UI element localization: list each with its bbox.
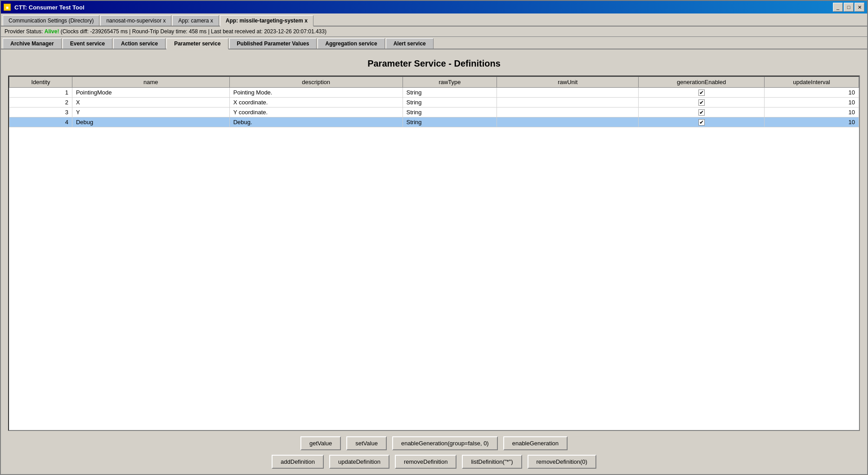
table-header-row: Identity name description rawType rawUni…	[9, 77, 859, 88]
cell-description: Pointing Mode.	[229, 88, 403, 98]
cell-description: Debug.	[229, 117, 403, 127]
bottom-buttons: getValue setValue enableGeneration(group…	[1, 431, 867, 474]
listdefinition-button[interactable]: listDefinition("*")	[462, 455, 522, 469]
cell-name: Debug	[72, 117, 229, 127]
table-row[interactable]: 1PointingModePointing Mode.String✔10	[9, 88, 859, 98]
button-row-2: addDefinition updateDefinition removeDef…	[272, 455, 596, 469]
main-window: ■ CTT: Consumer Test Tool _ □ ✕ Communic…	[0, 0, 868, 475]
cell-generationenabled[interactable]: ✔	[639, 117, 765, 127]
close-button[interactable]: ✕	[855, 3, 864, 12]
status-rest: (Clocks diff: -239265475 ms | Round-Trip…	[59, 28, 327, 35]
title-bar-left: ■ CTT: Consumer Test Tool	[4, 4, 85, 11]
cell-identity: 3	[9, 108, 72, 117]
col-rawunit: rawUnit	[497, 77, 639, 88]
cell-name: X	[72, 98, 229, 108]
checkbox-generationenabled[interactable]: ✔	[698, 99, 705, 106]
main-content: Parameter Service - Definitions Identity…	[1, 49, 867, 474]
cell-updateinterval: 10	[765, 88, 859, 98]
cell-name: Y	[72, 108, 229, 117]
removedefinition-button[interactable]: removeDefinition	[395, 455, 457, 469]
table-row[interactable]: 4DebugDebug.String✔10	[9, 117, 859, 127]
col-description: description	[229, 77, 403, 88]
service-tabs: Archive Manager Event service Action ser…	[1, 37, 867, 49]
cell-generationenabled[interactable]: ✔	[639, 108, 765, 117]
status-bar: Provider Status: Alive! (Clocks diff: -2…	[1, 27, 867, 37]
col-identity: Identity	[9, 77, 72, 88]
title-bar: ■ CTT: Consumer Test Tool _ □ ✕	[1, 1, 867, 13]
cell-rawunit	[497, 108, 639, 117]
col-generationenabled: generationEnabled	[639, 77, 765, 88]
cell-description: Y coordinate.	[229, 108, 403, 117]
minimize-button[interactable]: _	[833, 3, 843, 12]
col-updateinterval: updateInterval	[765, 77, 859, 88]
cell-rawtype: String	[403, 108, 497, 117]
checkbox-generationenabled[interactable]: ✔	[698, 90, 705, 96]
cell-name: PointingMode	[72, 88, 229, 98]
cell-updateinterval: 10	[765, 98, 859, 108]
button-row-1: getValue setValue enableGeneration(group…	[300, 436, 568, 450]
definitions-table-container[interactable]: Identity name description rawType rawUni…	[8, 76, 860, 431]
app-icon: ■	[4, 4, 11, 11]
checkbox-generationenabled[interactable]: ✔	[698, 109, 705, 116]
tab-parameter-service[interactable]: Parameter service	[166, 38, 228, 49]
status-prefix: Provider Status:	[4, 28, 45, 35]
tab-alert-service[interactable]: Alert service	[386, 38, 434, 49]
cell-updateinterval: 10	[765, 117, 859, 127]
cell-identity: 2	[9, 98, 72, 108]
cell-description: X coordinate.	[229, 98, 403, 108]
updatedefinition-button[interactable]: updateDefinition	[329, 455, 389, 469]
title-bar-controls: _ □ ✕	[833, 3, 864, 12]
definitions-table: Identity name description rawType rawUni…	[9, 76, 859, 127]
cell-rawunit	[497, 117, 639, 127]
tab-app-camera[interactable]: App: camera x	[172, 15, 219, 26]
enablegeneration-group-false-button[interactable]: enableGeneration(group=false, 0)	[392, 436, 498, 450]
adddefinition-button[interactable]: addDefinition	[272, 455, 324, 469]
tab-aggregation-service[interactable]: Aggregation service	[318, 38, 385, 49]
window-title: CTT: Consumer Test Tool	[14, 4, 85, 11]
setvalue-button[interactable]: setValue	[346, 436, 387, 450]
cell-updateinterval: 10	[765, 108, 859, 117]
cell-identity: 4	[9, 117, 72, 127]
cell-rawtype: String	[403, 117, 497, 127]
maximize-button[interactable]: □	[844, 3, 854, 12]
table-row[interactable]: 3YY coordinate.String✔10	[9, 108, 859, 117]
cell-generationenabled[interactable]: ✔	[639, 98, 765, 108]
cell-rawtype: String	[403, 88, 497, 98]
table-row[interactable]: 2XX coordinate.String✔10	[9, 98, 859, 108]
tab-action-service[interactable]: Action service	[113, 38, 166, 49]
getvalue-button[interactable]: getValue	[300, 436, 341, 450]
checkbox-generationenabled[interactable]: ✔	[698, 119, 705, 125]
tab-archive-manager[interactable]: Archive Manager	[3, 38, 62, 49]
col-name: name	[72, 77, 229, 88]
cell-generationenabled[interactable]: ✔	[639, 88, 765, 98]
cell-rawunit	[497, 88, 639, 98]
tab-nanosat-mo-supervisor[interactable]: nanosat-mo-supervisor x	[100, 15, 171, 26]
tab-communication-settings[interactable]: Communication Settings (Directory)	[3, 15, 99, 26]
tab-app-missile-targeting-system[interactable]: App: missile-targeting-system x	[220, 15, 313, 27]
cell-rawtype: String	[403, 98, 497, 108]
tab-published-parameter-values[interactable]: Published Parameter Values	[229, 38, 317, 49]
tab-event-service[interactable]: Event service	[63, 38, 112, 49]
cell-rawunit	[497, 98, 639, 108]
col-rawtype: rawType	[403, 77, 497, 88]
removedefinition-0-button[interactable]: removeDefinition(0)	[528, 455, 596, 469]
app-tabs: Communication Settings (Directory) nanos…	[1, 13, 867, 27]
status-alive: Alive!	[45, 28, 59, 35]
enablegeneration-button[interactable]: enableGeneration	[503, 436, 568, 450]
panel-title: Parameter Service - Definitions	[1, 49, 867, 76]
cell-identity: 1	[9, 88, 72, 98]
